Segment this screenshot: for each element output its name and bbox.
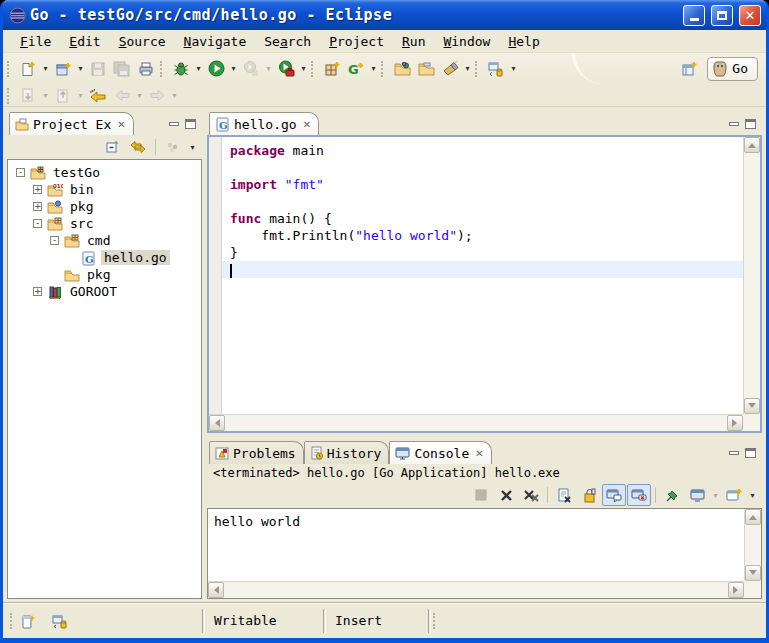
tab-project-explorer[interactable]: Project Ex ✕ bbox=[9, 112, 134, 135]
terminate-button[interactable] bbox=[469, 484, 493, 506]
minimize-button[interactable] bbox=[683, 5, 705, 26]
heap-status-button[interactable] bbox=[48, 610, 72, 632]
show-console-on-stdout-toggle[interactable] bbox=[602, 484, 626, 506]
scroll-left-button[interactable] bbox=[208, 582, 224, 598]
statusbar-grip[interactable] bbox=[433, 613, 439, 629]
mark-occurrences-dropdown[interactable]: ▾ bbox=[508, 64, 519, 73]
minimize-view-button[interactable] bbox=[169, 122, 179, 126]
clear-console-button[interactable] bbox=[552, 484, 576, 506]
toolbar-grip[interactable] bbox=[7, 88, 12, 104]
view-filter-button[interactable] bbox=[161, 136, 185, 158]
console-output-text[interactable]: hello world bbox=[208, 509, 744, 581]
console-vertical-scrollbar[interactable] bbox=[744, 509, 761, 581]
show-console-on-stderr-toggle[interactable] bbox=[627, 484, 651, 506]
last-edit-location-button[interactable] bbox=[86, 85, 110, 107]
maximize-button[interactable] bbox=[711, 5, 733, 26]
maximize-view-button[interactable] bbox=[745, 119, 756, 129]
search-dropdown[interactable]: ▾ bbox=[462, 64, 473, 73]
tab-hello-go[interactable]: G hello.go ✕ bbox=[209, 112, 319, 135]
expander-icon[interactable]: - bbox=[16, 168, 25, 177]
open-console-button[interactable] bbox=[722, 484, 746, 506]
tree-item-cmd[interactable]: - cmd bbox=[8, 232, 201, 249]
fast-view-button[interactable] bbox=[16, 610, 40, 632]
menu-run[interactable]: Run bbox=[393, 32, 434, 51]
new-go-file-dropdown[interactable]: ▾ bbox=[368, 64, 379, 73]
expander-icon[interactable]: - bbox=[33, 219, 42, 228]
expander-icon[interactable]: + bbox=[33, 202, 42, 211]
scroll-right-button[interactable] bbox=[728, 582, 744, 598]
next-annotation-button[interactable] bbox=[16, 85, 40, 107]
forward-button[interactable] bbox=[145, 85, 169, 107]
new-go-project-button[interactable] bbox=[320, 58, 344, 80]
run-last-launched-button[interactable] bbox=[239, 58, 263, 80]
menu-file[interactable]: File bbox=[11, 32, 60, 51]
menu-help[interactable]: Help bbox=[499, 32, 548, 51]
maximize-view-button[interactable] bbox=[185, 119, 196, 129]
new-go-file-button[interactable]: G bbox=[344, 58, 368, 80]
next-annotation-dropdown[interactable]: ▾ bbox=[40, 91, 51, 100]
go-perspective-button[interactable]: Go bbox=[707, 57, 758, 81]
console-tab-close-icon[interactable]: ✕ bbox=[475, 448, 483, 459]
annotation-ruler[interactable] bbox=[209, 137, 222, 414]
scroll-left-button[interactable] bbox=[209, 415, 225, 431]
tab-problems[interactable]: Problems bbox=[209, 441, 304, 464]
debug-dropdown[interactable]: ▾ bbox=[193, 64, 204, 73]
tree-item-bin[interactable]: + 010 bin bbox=[8, 181, 201, 198]
external-tools-button[interactable] bbox=[274, 58, 298, 80]
toolbar-grip[interactable] bbox=[475, 61, 480, 77]
open-perspective-button[interactable] bbox=[677, 58, 701, 80]
editor-horizontal-scrollbar[interactable] bbox=[209, 414, 743, 431]
expander-icon[interactable]: + bbox=[33, 185, 42, 194]
back-button[interactable] bbox=[110, 85, 134, 107]
open-type-button[interactable] bbox=[390, 58, 414, 80]
previous-annotation-dropdown[interactable]: ▾ bbox=[75, 91, 86, 100]
editor-vertical-scrollbar[interactable] bbox=[743, 137, 760, 414]
run-last-dropdown[interactable]: ▾ bbox=[263, 64, 274, 73]
collapse-all-button[interactable] bbox=[100, 136, 124, 158]
new-wizard-dropdown[interactable]: ▾ bbox=[40, 64, 51, 73]
minimize-view-button[interactable] bbox=[729, 122, 739, 126]
view-menu-dropdown[interactable]: ▾ bbox=[187, 143, 198, 152]
scroll-down-button[interactable] bbox=[744, 398, 760, 414]
open-console-dropdown[interactable]: ▾ bbox=[747, 491, 758, 500]
run-dropdown[interactable]: ▾ bbox=[228, 64, 239, 73]
scroll-lock-button[interactable] bbox=[577, 484, 601, 506]
menu-edit[interactable]: Edit bbox=[60, 32, 109, 51]
tree-item-hello-go[interactable]: G hello.go bbox=[8, 249, 201, 266]
pin-console-button[interactable] bbox=[660, 484, 684, 506]
toolbar-grip[interactable] bbox=[160, 61, 165, 77]
menu-source[interactable]: Source bbox=[110, 32, 175, 51]
new-untitled-file-button[interactable] bbox=[51, 58, 75, 80]
title-bar[interactable]: Go - testGo/src/cmd/hello.go - Eclipse ✕ bbox=[3, 0, 766, 30]
remove-all-terminated-button[interactable] bbox=[519, 484, 543, 506]
close-button[interactable]: ✕ bbox=[739, 5, 761, 26]
scroll-up-button[interactable] bbox=[745, 509, 761, 525]
expander-icon[interactable]: - bbox=[50, 236, 59, 245]
forward-dropdown[interactable]: ▾ bbox=[169, 91, 180, 100]
mark-occurrences-button[interactable] bbox=[484, 58, 508, 80]
display-selected-console-button[interactable] bbox=[685, 484, 709, 506]
tree-item-goroot[interactable]: + GOROOT bbox=[8, 283, 201, 300]
tab-history[interactable]: History bbox=[304, 441, 390, 464]
back-dropdown[interactable]: ▾ bbox=[134, 91, 145, 100]
menu-search[interactable]: Search bbox=[255, 32, 320, 51]
scroll-down-button[interactable] bbox=[745, 565, 761, 581]
remove-launch-button[interactable] bbox=[494, 484, 518, 506]
scroll-right-button[interactable] bbox=[727, 415, 743, 431]
previous-annotation-button[interactable] bbox=[51, 85, 75, 107]
display-console-dropdown[interactable]: ▾ bbox=[710, 491, 721, 500]
save-button[interactable] bbox=[86, 58, 110, 80]
tab-console[interactable]: Console ✕ bbox=[389, 441, 491, 464]
tree-item-testGo[interactable]: - testGo bbox=[8, 164, 201, 181]
print-button[interactable] bbox=[134, 58, 158, 80]
save-all-button[interactable] bbox=[110, 58, 134, 80]
minimize-view-button[interactable] bbox=[729, 451, 739, 455]
debug-button[interactable] bbox=[169, 58, 193, 80]
run-button[interactable] bbox=[204, 58, 228, 80]
project-tree[interactable]: - testGo + 010 bin + pkg - src bbox=[7, 159, 202, 599]
menu-navigate[interactable]: Navigate bbox=[175, 32, 256, 51]
toolbar-grip[interactable] bbox=[381, 61, 386, 77]
expander-icon[interactable]: + bbox=[33, 287, 42, 296]
open-resource-button[interactable] bbox=[414, 58, 438, 80]
new-untitled-dropdown[interactable]: ▾ bbox=[75, 64, 86, 73]
